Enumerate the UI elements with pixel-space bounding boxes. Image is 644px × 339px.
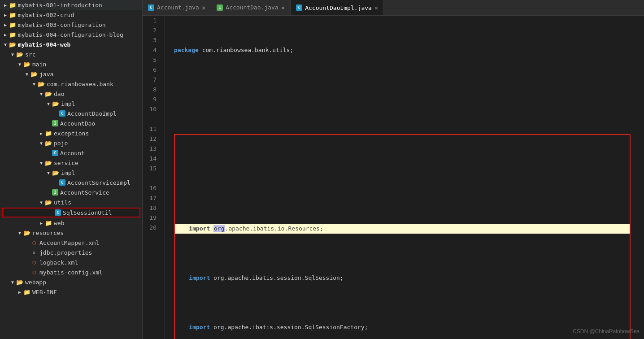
sidebar-item-mybatis-001[interactable]: ▶ 📁 mybatis-001-introduction [0, 0, 142, 10]
sidebar-item-label: AccountServiceImpl [67, 179, 131, 186]
sidebar-item-accountmapper[interactable]: ▶ ⬡ AccountMapper.xml [0, 238, 142, 248]
class-icon: C [55, 209, 61, 216]
sidebar: ▶ 📁 mybatis-001-introduction ▶ 📁 mybatis… [0, 0, 143, 339]
folder-icon: 📁 [45, 130, 52, 137]
code-line-2 [174, 85, 644, 95]
sidebar-item-label: src [25, 51, 35, 58]
sidebar-item-accountserviceimpl[interactable]: ▶ C AccountServiceImpl [0, 178, 142, 187]
sidebar-item-mybatis-004-web[interactable]: ▼ 📂 mybatis-004-web [0, 39, 142, 49]
sidebar-item-web[interactable]: ▶ 📁 web [0, 218, 142, 228]
folder-icon: 📁 [45, 219, 52, 226]
sidebar-item-label: webapp [25, 279, 46, 286]
sidebar-item-exceptions[interactable]: ▶ 📁 exceptions [0, 128, 142, 138]
sidebar-item-impl[interactable]: ▼ 📂 impl [0, 99, 142, 109]
line-num-9: 9 [143, 95, 160, 104]
sidebar-item-label: SqlSessionUtil [63, 209, 112, 216]
folder-open-icon: 📂 [38, 80, 45, 87]
tab-accountdaoimpl-java[interactable]: C AccountDaoImpl.java ✕ [291, 0, 384, 15]
tab-close-button[interactable]: ✕ [374, 4, 378, 11]
sidebar-item-label: AccountService [60, 189, 109, 196]
sidebar-item-pojo[interactable]: ▼ 📂 pojo [0, 138, 142, 148]
sidebar-item-label: impl [61, 170, 75, 176]
tab-label: Account.java [157, 4, 199, 11]
tab-class-icon: C [148, 4, 154, 11]
arrow-icon: ▼ [2, 42, 9, 47]
sidebar-item-label: main [32, 61, 46, 68]
sidebar-item-accountdaoimpl[interactable]: ▶ C AccountDaoImpl [0, 109, 142, 118]
folder-icon: 📁 [9, 11, 16, 18]
sidebar-item-mybatis-002[interactable]: ▶ 📁 mybatis-002-crud [0, 10, 142, 20]
sidebar-item-label: jdbc.properties [39, 249, 92, 256]
sidebar-item-utils[interactable]: ▼ 📂 utils [0, 197, 142, 207]
line-num-7: 7 [143, 75, 160, 85]
xml-icon: ⬡ [30, 259, 38, 266]
sidebar-item-label: mybatis-config.xml [39, 269, 103, 276]
tab-bar: C Account.java ✕ I AccountDao.java ✕ C A… [143, 0, 644, 16]
sidebar-item-resources[interactable]: ▼ 📂 resources [0, 228, 142, 238]
class-icon: C [59, 179, 65, 186]
arrow-icon: ▼ [9, 280, 16, 285]
sidebar-item-service-impl[interactable]: ▼ 📂 impl [0, 168, 142, 178]
sidebar-item-label: mybatis-003-configuration [18, 22, 106, 28]
tab-account-java[interactable]: C Account.java ✕ [143, 0, 211, 15]
class-icon: C [59, 110, 65, 117]
code-line-6: import org.apache.ibatis.session.SqlSess… [175, 322, 630, 332]
folder-open-icon: 📂 [52, 100, 59, 107]
folder-open-icon: 📂 [16, 278, 23, 286]
sidebar-item-account[interactable]: ▶ C Account [0, 148, 142, 158]
tab-class-icon: C [296, 4, 302, 11]
line-num-8: 8 [143, 85, 160, 95]
sidebar-item-src[interactable]: ▼ 📂 src [0, 49, 142, 59]
arrow-icon: ▼ [9, 52, 16, 57]
line-num-11: 11 [143, 124, 160, 134]
sidebar-item-sqlsessionutil[interactable]: ▶ C SqlSessionUtil [2, 208, 140, 217]
code-area[interactable]: 1 2 3 4 5 6 7 8 9 10 11 12 13 14 15 16 1… [143, 16, 644, 339]
sidebar-item-label: resources [32, 230, 64, 236]
sidebar-item-label: AccountMapper.xml [39, 239, 99, 246]
arrow-icon: ▶ [38, 221, 45, 226]
line-num-14: 14 [143, 154, 160, 164]
sidebar-item-mybatis-config[interactable]: ▶ ⬡ mybatis-config.xml [0, 267, 142, 277]
line-num-20: 20 [143, 223, 160, 233]
line-num-17: 17 [143, 193, 160, 203]
arrow-icon: ▼ [38, 200, 45, 205]
sidebar-item-logback[interactable]: ▶ ⬡ logback.xml [0, 257, 142, 267]
line-num-16: 16 [143, 183, 160, 193]
sidebar-item-service[interactable]: ▼ 📂 service [0, 158, 142, 168]
sidebar-item-java[interactable]: ▼ 📂 java [0, 69, 142, 79]
tab-close-button[interactable]: ✕ [281, 4, 285, 11]
sidebar-item-accountdao[interactable]: ▶ I AccountDao [0, 118, 142, 128]
line-num-meta1 [143, 114, 160, 124]
arrow-icon: ▼ [38, 141, 45, 146]
arrow-icon: ▶ [2, 13, 9, 17]
sidebar-item-label: mybatis-001-introduction [18, 2, 102, 9]
tab-accountdao-java[interactable]: I AccountDao.java ✕ [211, 0, 291, 15]
xml-icon: ⬡ [30, 239, 38, 246]
tab-label: AccountDao.java [226, 4, 278, 11]
arrow-icon: ▼ [16, 230, 23, 235]
sidebar-item-main[interactable]: ▼ 📂 main [0, 59, 142, 69]
tab-close-button[interactable]: ✕ [202, 4, 205, 11]
sidebar-item-com[interactable]: ▼ 📂 com.rianbowsea.bank [0, 79, 142, 89]
code-line-3 [175, 174, 630, 184]
sidebar-item-label: AccountDao [60, 120, 95, 127]
sidebar-item-jdbc[interactable]: ▶ ⚙ jdbc.properties [0, 248, 142, 257]
tab-label: AccountDaoImpl.java [305, 4, 372, 11]
sidebar-item-webinf[interactable]: ▶ 📁 WEB-INF [0, 287, 142, 297]
sidebar-item-label: pojo [54, 140, 68, 147]
sidebar-item-label: mybatis-002-crud [18, 12, 74, 18]
line-num-13: 13 [143, 144, 160, 154]
sidebar-item-mybatis-003[interactable]: ▶ 📁 mybatis-003-configuration [0, 20, 142, 30]
folder-open-icon: 📂 [45, 199, 52, 206]
folder-open-icon: 📂 [45, 139, 52, 147]
sidebar-item-label: exceptions [54, 130, 89, 137]
sidebar-item-accountservice[interactable]: ▶ I AccountService [0, 187, 142, 197]
red-border-region: import org.apache.ibatis.io.Resources; i… [174, 134, 631, 339]
sidebar-item-dao[interactable]: ▼ 📂 dao [0, 89, 142, 99]
sidebar-item-label: logback.xml [39, 259, 78, 266]
sidebar-item-mybatis-004-blog[interactable]: ▶ 📁 mybatis-004-configuration-blog [0, 30, 142, 39]
code-content[interactable]: package com.rianbowsea.bank.utils; impor… [165, 16, 644, 339]
folder-open-icon: 📂 [23, 61, 30, 68]
sidebar-item-webapp[interactable]: ▼ 📂 webapp [0, 277, 142, 287]
sidebar-item-label: service [54, 160, 78, 166]
